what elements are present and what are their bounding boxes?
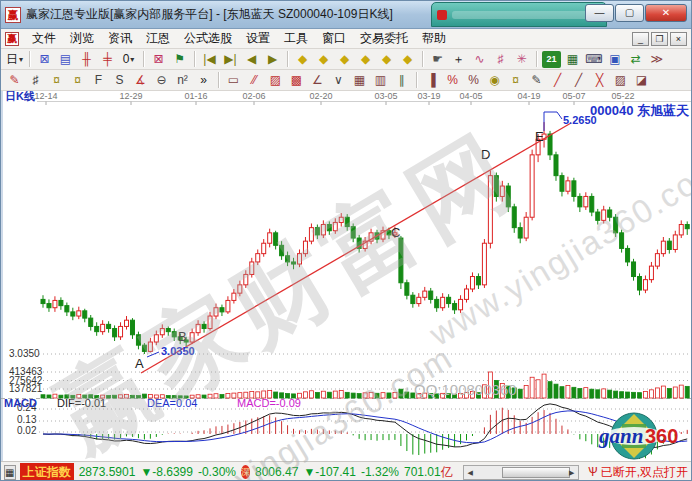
shanghai-index-badge[interactable]: 上证指数 — [20, 463, 74, 481]
svg-text:12-29: 12-29 — [119, 91, 142, 101]
maximize-button[interactable]: ▢ — [615, 4, 644, 22]
kline-chart-canvas[interactable]: 12-1412-2901-1602-0602-2003-0503-1904-05… — [1, 91, 692, 461]
hand-tool-icon[interactable]: ☛ — [428, 51, 447, 68]
angle-slash-icon-3[interactable]: ╳ — [590, 72, 609, 89]
price-pen-icon[interactable]: ✎ — [527, 72, 546, 89]
mdi-restore-button[interactable]: ❐ — [651, 32, 668, 46]
period-day-selector[interactable]: 日▾ — [5, 51, 24, 68]
menu-item-4[interactable]: 江恩 — [139, 28, 177, 49]
volume-profile-icon[interactable]: ▐ — [422, 72, 441, 89]
channel-icon[interactable]: ∥ — [392, 72, 411, 89]
angle-grid-icon-2[interactable]: ◪ — [632, 72, 651, 89]
minimize-button[interactable]: — — [585, 4, 614, 22]
svg-text:gann: gann — [598, 424, 643, 448]
shenzhen-badge[interactable]: 深 — [241, 465, 250, 479]
crosshair-tool-icon[interactable]: ＋ — [449, 51, 468, 68]
prev-bar-icon[interactable]: ◀ — [242, 51, 261, 68]
next-bar-icon[interactable]: ▶ — [263, 51, 282, 68]
gann-comb-icon[interactable]: ♯ — [26, 72, 45, 89]
fibonacci-ruler-icon[interactable]: F — [89, 72, 108, 89]
window-controls: —▢✕ — [584, 4, 687, 22]
grid-dense-icon-2[interactable]: ▥ — [371, 72, 390, 89]
background-window-icon — [437, 10, 447, 20]
menu-item-5[interactable]: 公式选股 — [177, 28, 239, 49]
golden-section-icon-2[interactable]: ¤ — [68, 72, 87, 89]
shape-fill-icon[interactable]: ▨ — [266, 72, 285, 89]
kline-chart[interactable]: 12-1412-2901-1602-0602-2003-0503-1904-05… — [1, 91, 692, 461]
scroll-left-arrow[interactable]: ◀ — [464, 466, 477, 479]
cycle-circle-icon[interactable]: ⊖ — [152, 72, 171, 89]
zoom-region-icon[interactable]: ⊠ — [35, 51, 54, 68]
menu-item-10[interactable]: 帮助 — [415, 28, 453, 49]
mdi-minimize-button[interactable]: _ — [632, 32, 649, 46]
flag-play-icon[interactable]: ⚑ — [170, 51, 189, 68]
zigzag-icon[interactable]: ∨ — [329, 72, 348, 89]
svg-text:04-19: 04-19 — [517, 91, 540, 101]
golden-section-icon-1[interactable]: ¤ — [47, 72, 66, 89]
pattern-view-icon[interactable]: ⊠ — [149, 51, 168, 68]
diamond-down-icon[interactable]: ◆ — [398, 51, 417, 68]
scrollbar-thumb[interactable] — [502, 467, 570, 478]
diamond-right-icon[interactable]: ◆ — [314, 51, 333, 68]
angle-lines-icon[interactable]: ∠ — [308, 72, 327, 89]
save-icon[interactable]: ▣ — [605, 51, 624, 68]
svg-text:05-07: 05-07 — [562, 91, 585, 101]
diamond-shrink-icon[interactable]: ◆ — [356, 51, 375, 68]
cycle-tool-icon[interactable]: ✳ — [512, 51, 531, 68]
close-button[interactable]: ✕ — [645, 4, 687, 22]
calculator-icon[interactable]: ▦ — [563, 51, 582, 68]
golden-circle-icon[interactable]: ◉ — [485, 72, 504, 89]
percent-line-icon[interactable]: % — [443, 72, 462, 89]
zero-dropdown[interactable]: 0▾ — [119, 51, 138, 68]
diamond-left-icon[interactable]: ◆ — [293, 51, 312, 68]
high-price-pointer — [544, 112, 562, 131]
export-icon[interactable]: ⇄ — [626, 51, 645, 68]
ray-fan-icon[interactable]: ⁄⁄ — [245, 72, 264, 89]
menu-item-9[interactable]: 交易委托 — [353, 28, 415, 49]
last-page-icon[interactable]: ▶| — [221, 51, 240, 68]
menu-item-6[interactable]: 设置 — [239, 28, 277, 49]
svg-text:E: E — [535, 129, 544, 144]
gann-fan-tool-icon[interactable]: ♯ — [491, 51, 510, 68]
angle-slash-icon-2[interactable]: ╱ — [569, 72, 588, 89]
brush-tool-icon[interactable]: ✎ — [5, 72, 24, 89]
svg-text:01-16: 01-16 — [184, 91, 207, 101]
menu-item-3[interactable]: 资讯 — [101, 28, 139, 49]
connection-icon[interactable]: Ѱ — [588, 465, 598, 479]
connection-status-text[interactable]: 已断开,双点打开 — [601, 464, 688, 481]
first-page-icon[interactable]: |◀ — [200, 51, 219, 68]
horizontal-scrollbar[interactable]: ◀ ▶ — [463, 465, 579, 480]
svg-text:03-05: 03-05 — [374, 91, 397, 101]
angle-pen-icon[interactable]: ∡ — [131, 72, 150, 89]
menu-item-8[interactable]: 窗口 — [315, 28, 353, 49]
angle-slash-icon-1[interactable]: ╱ — [548, 72, 567, 89]
grid-dense-icon[interactable]: ▦ — [350, 72, 369, 89]
mdi-close-button[interactable]: × — [670, 32, 687, 46]
arc-tool-icon[interactable]: S — [110, 72, 129, 89]
menu-item-2[interactable]: 浏览 — [63, 28, 101, 49]
network-icon[interactable]: ≫ — [647, 51, 666, 68]
more-tools-chevron[interactable]: » — [194, 72, 213, 89]
percent-retrace-icon[interactable]: % — [464, 72, 483, 89]
background-window[interactable] — [431, 2, 607, 27]
svg-text:0.13: 0.13 — [17, 414, 37, 425]
menu-item-1[interactable]: 文件 — [25, 28, 63, 49]
diamond-up-icon[interactable]: ◆ — [377, 51, 396, 68]
indicator-bars-icon-1[interactable]: ╫ — [77, 51, 96, 68]
info-panel-icon[interactable]: ▤ — [56, 51, 75, 68]
trendline-tool-icon[interactable]: ∿ — [470, 51, 489, 68]
shape-fill-icon-2[interactable]: ▩ — [287, 72, 306, 89]
angle-grid-icon[interactable]: ▨ — [611, 72, 630, 89]
keyboard-icon[interactable]: ⌨ — [584, 51, 603, 68]
n-square-icon[interactable]: n² — [173, 72, 192, 89]
golden-line-icon[interactable]: ¤ — [506, 72, 525, 89]
scroll-right-arrow[interactable]: ▶ — [565, 466, 578, 479]
diamond-expand-icon[interactable]: ◆ — [335, 51, 354, 68]
toolbar-separator — [287, 51, 288, 67]
calendar-icon[interactable]: 21 — [542, 51, 561, 68]
titlebar[interactable]: 赢 赢家江恩专业版[赢家内部服务平台] - [东旭蓝天 SZ000040-109… — [1, 1, 691, 29]
grid-view-icon[interactable]: ▦ — [4, 465, 16, 480]
indicator-bars-icon-2[interactable]: ╪ — [98, 51, 117, 68]
box-tool-icon[interactable]: ▭ — [224, 72, 243, 89]
menu-item-7[interactable]: 工具 — [277, 28, 315, 49]
